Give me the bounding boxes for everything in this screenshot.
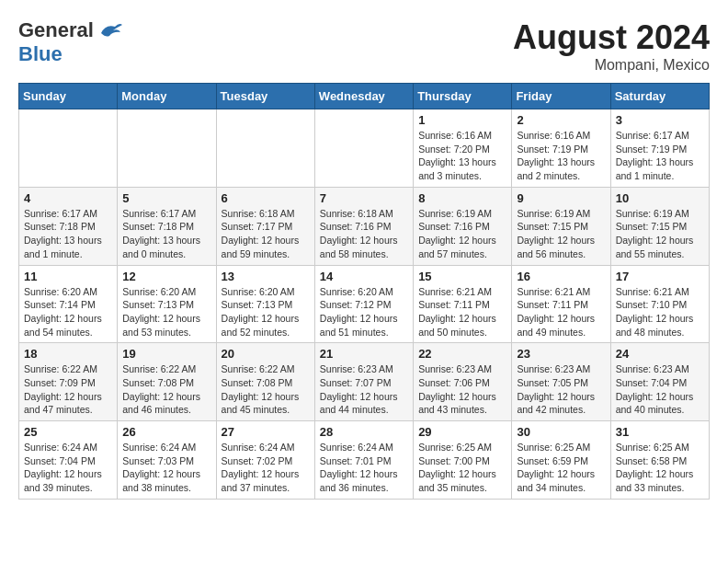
day-info: Sunrise: 6:21 AM Sunset: 7:11 PM Dayligh… xyxy=(418,285,506,339)
calendar-cell: 24Sunrise: 6:23 AM Sunset: 7:04 PM Dayli… xyxy=(610,343,709,421)
day-number: 5 xyxy=(122,191,210,205)
calendar-cell: 11Sunrise: 6:20 AM Sunset: 7:14 PM Dayli… xyxy=(19,265,118,343)
logo-general-text: General xyxy=(18,18,94,42)
day-info: Sunrise: 6:19 AM Sunset: 7:15 PM Dayligh… xyxy=(616,207,704,261)
weekday-header-row: SundayMondayTuesdayWednesdayThursdayFrid… xyxy=(19,84,710,109)
day-info: Sunrise: 6:16 AM Sunset: 7:19 PM Dayligh… xyxy=(517,129,605,183)
day-number: 17 xyxy=(616,270,704,283)
day-number: 28 xyxy=(320,425,408,439)
day-info: Sunrise: 6:23 AM Sunset: 7:05 PM Dayligh… xyxy=(517,362,605,417)
day-info: Sunrise: 6:21 AM Sunset: 7:10 PM Dayligh… xyxy=(616,285,704,339)
calendar-cell: 7Sunrise: 6:18 AM Sunset: 7:16 PM Daylig… xyxy=(314,187,413,265)
calendar-cell xyxy=(216,109,314,188)
calendar-cell: 18Sunrise: 6:22 AM Sunset: 7:09 PM Dayli… xyxy=(19,343,118,421)
day-number: 11 xyxy=(24,270,112,283)
calendar-cell: 22Sunrise: 6:23 AM Sunset: 7:06 PM Dayli… xyxy=(414,343,512,421)
calendar-cell: 26Sunrise: 6:24 AM Sunset: 7:03 PM Dayli… xyxy=(118,421,216,500)
day-number: 20 xyxy=(222,347,310,361)
calendar-cell: 3Sunrise: 6:17 AM Sunset: 7:19 PM Daylig… xyxy=(610,109,709,188)
day-info: Sunrise: 6:17 AM Sunset: 7:18 PM Dayligh… xyxy=(24,207,112,261)
day-info: Sunrise: 6:20 AM Sunset: 7:13 PM Dayligh… xyxy=(122,285,210,339)
weekday-header-friday: Friday xyxy=(512,84,610,109)
calendar-week-row: 1Sunrise: 6:16 AM Sunset: 7:20 PM Daylig… xyxy=(19,109,710,188)
calendar-cell: 1Sunrise: 6:16 AM Sunset: 7:20 PM Daylig… xyxy=(414,109,512,188)
calendar-cell: 12Sunrise: 6:20 AM Sunset: 7:13 PM Dayli… xyxy=(118,265,216,343)
weekday-header-sunday: Sunday xyxy=(19,84,118,109)
title-block: August 2024 Mompani, Mexico xyxy=(513,18,710,74)
logo: General Blue xyxy=(18,18,124,66)
calendar-cell: 30Sunrise: 6:25 AM Sunset: 6:59 PM Dayli… xyxy=(512,421,610,500)
calendar-cell: 9Sunrise: 6:19 AM Sunset: 7:15 PM Daylig… xyxy=(512,187,610,265)
month-year-title: August 2024 xyxy=(513,18,710,57)
calendar-cell: 4Sunrise: 6:17 AM Sunset: 7:18 PM Daylig… xyxy=(19,187,118,265)
calendar-cell: 29Sunrise: 6:25 AM Sunset: 7:00 PM Dayli… xyxy=(414,421,512,500)
day-number: 23 xyxy=(517,347,605,361)
calendar-week-row: 25Sunrise: 6:24 AM Sunset: 7:04 PM Dayli… xyxy=(19,421,710,500)
day-number: 10 xyxy=(616,191,704,205)
day-info: Sunrise: 6:20 AM Sunset: 7:12 PM Dayligh… xyxy=(320,285,408,339)
day-number: 27 xyxy=(222,425,310,439)
calendar-cell: 15Sunrise: 6:21 AM Sunset: 7:11 PM Dayli… xyxy=(414,265,512,343)
weekday-header-wednesday: Wednesday xyxy=(314,84,413,109)
calendar-cell: 2Sunrise: 6:16 AM Sunset: 7:19 PM Daylig… xyxy=(512,109,610,188)
calendar-cell: 17Sunrise: 6:21 AM Sunset: 7:10 PM Dayli… xyxy=(610,265,709,343)
calendar-cell: 6Sunrise: 6:18 AM Sunset: 7:17 PM Daylig… xyxy=(216,187,314,265)
day-info: Sunrise: 6:20 AM Sunset: 7:14 PM Dayligh… xyxy=(24,285,112,339)
day-info: Sunrise: 6:18 AM Sunset: 7:17 PM Dayligh… xyxy=(222,207,310,261)
day-info: Sunrise: 6:22 AM Sunset: 7:08 PM Dayligh… xyxy=(222,362,310,417)
calendar-cell: 19Sunrise: 6:22 AM Sunset: 7:08 PM Dayli… xyxy=(118,343,216,421)
day-info: Sunrise: 6:24 AM Sunset: 7:04 PM Dayligh… xyxy=(24,441,112,495)
calendar-cell: 5Sunrise: 6:17 AM Sunset: 7:18 PM Daylig… xyxy=(118,187,216,265)
calendar-cell: 21Sunrise: 6:23 AM Sunset: 7:07 PM Dayli… xyxy=(314,343,413,421)
logo-bird-icon xyxy=(97,19,124,42)
calendar-cell: 23Sunrise: 6:23 AM Sunset: 7:05 PM Dayli… xyxy=(512,343,610,421)
day-info: Sunrise: 6:25 AM Sunset: 6:58 PM Dayligh… xyxy=(616,441,704,495)
day-info: Sunrise: 6:24 AM Sunset: 7:01 PM Dayligh… xyxy=(320,441,408,495)
day-info: Sunrise: 6:25 AM Sunset: 6:59 PM Dayligh… xyxy=(517,441,605,495)
day-number: 29 xyxy=(418,425,506,439)
logo-blue-text: Blue xyxy=(18,42,63,66)
day-info: Sunrise: 6:24 AM Sunset: 7:03 PM Dayligh… xyxy=(122,441,210,495)
calendar-cell: 25Sunrise: 6:24 AM Sunset: 7:04 PM Dayli… xyxy=(19,421,118,500)
day-number: 9 xyxy=(517,191,605,205)
day-info: Sunrise: 6:20 AM Sunset: 7:13 PM Dayligh… xyxy=(222,285,310,339)
day-number: 16 xyxy=(517,270,605,283)
day-info: Sunrise: 6:23 AM Sunset: 7:06 PM Dayligh… xyxy=(418,362,506,417)
calendar-cell: 13Sunrise: 6:20 AM Sunset: 7:13 PM Dayli… xyxy=(216,265,314,343)
calendar-cell: 28Sunrise: 6:24 AM Sunset: 7:01 PM Dayli… xyxy=(314,421,413,500)
location-subtitle: Mompani, Mexico xyxy=(513,57,710,74)
day-number: 24 xyxy=(616,347,704,361)
day-number: 21 xyxy=(320,347,408,361)
day-number: 26 xyxy=(122,425,210,439)
weekday-header-saturday: Saturday xyxy=(610,84,709,109)
calendar-cell xyxy=(118,109,216,188)
weekday-header-tuesday: Tuesday xyxy=(216,84,314,109)
day-info: Sunrise: 6:19 AM Sunset: 7:16 PM Dayligh… xyxy=(418,207,506,261)
day-info: Sunrise: 6:17 AM Sunset: 7:18 PM Dayligh… xyxy=(122,207,210,261)
calendar-cell: 16Sunrise: 6:21 AM Sunset: 7:11 PM Dayli… xyxy=(512,265,610,343)
day-info: Sunrise: 6:22 AM Sunset: 7:08 PM Dayligh… xyxy=(122,362,210,417)
calendar-week-row: 11Sunrise: 6:20 AM Sunset: 7:14 PM Dayli… xyxy=(19,265,710,343)
day-number: 14 xyxy=(320,270,408,283)
calendar-table: SundayMondayTuesdayWednesdayThursdayFrid… xyxy=(18,83,710,500)
day-number: 15 xyxy=(418,270,506,283)
day-info: Sunrise: 6:23 AM Sunset: 7:04 PM Dayligh… xyxy=(616,362,704,417)
day-number: 30 xyxy=(517,425,605,439)
day-info: Sunrise: 6:19 AM Sunset: 7:15 PM Dayligh… xyxy=(517,207,605,261)
day-number: 1 xyxy=(418,113,506,127)
calendar-cell: 8Sunrise: 6:19 AM Sunset: 7:16 PM Daylig… xyxy=(414,187,512,265)
calendar-cell: 14Sunrise: 6:20 AM Sunset: 7:12 PM Dayli… xyxy=(314,265,413,343)
day-number: 25 xyxy=(24,425,112,439)
day-number: 19 xyxy=(122,347,210,361)
day-number: 2 xyxy=(517,113,605,127)
page-header: General Blue August 2024 Mompani, Mexico xyxy=(18,18,710,74)
day-number: 12 xyxy=(122,270,210,283)
day-info: Sunrise: 6:24 AM Sunset: 7:02 PM Dayligh… xyxy=(222,441,310,495)
day-number: 3 xyxy=(616,113,704,127)
calendar-week-row: 4Sunrise: 6:17 AM Sunset: 7:18 PM Daylig… xyxy=(19,187,710,265)
calendar-cell: 27Sunrise: 6:24 AM Sunset: 7:02 PM Dayli… xyxy=(216,421,314,500)
day-info: Sunrise: 6:23 AM Sunset: 7:07 PM Dayligh… xyxy=(320,362,408,417)
day-info: Sunrise: 6:17 AM Sunset: 7:19 PM Dayligh… xyxy=(616,129,704,183)
calendar-week-row: 18Sunrise: 6:22 AM Sunset: 7:09 PM Dayli… xyxy=(19,343,710,421)
day-number: 31 xyxy=(616,425,704,439)
